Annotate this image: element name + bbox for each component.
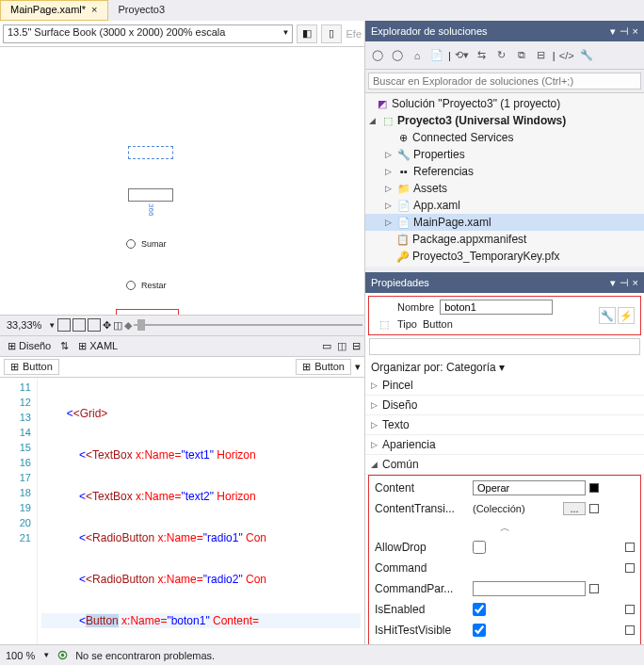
xaml-icon: 📄: [397, 216, 411, 229]
commandpar-input[interactable]: [473, 581, 586, 596]
category-comun[interactable]: ◢Común: [365, 455, 644, 475]
toggle-icon[interactable]: ◆: [124, 319, 132, 332]
sync-icon[interactable]: 📄: [428, 47, 445, 64]
breadcrumb[interactable]: ⊞ Button: [296, 359, 351, 375]
category-texto[interactable]: ▷Texto: [365, 415, 644, 435]
type-label: Tipo: [397, 318, 417, 330]
layout-icon[interactable]: ⊟: [352, 340, 361, 352]
expander-icon[interactable]: ◢: [369, 116, 378, 125]
pin-icon[interactable]: ⊣: [620, 277, 629, 289]
grid-icon[interactable]: [72, 318, 86, 332]
layout-icon[interactable]: ◫: [337, 340, 346, 352]
ishittest-checkbox[interactable]: [473, 624, 486, 637]
expander-icon[interactable]: ▷: [385, 167, 394, 176]
properties-title: Propiedades: [371, 277, 610, 288]
property-search-input[interactable]: [369, 338, 640, 355]
prop-content-label: Content: [375, 481, 469, 495]
solution-tree[interactable]: ◩Solución "Proyecto3" (1 proyecto) ◢⬚Pro…: [365, 93, 644, 267]
orientation-icon[interactable]: ▯: [321, 24, 342, 43]
layout-icon[interactable]: ▭: [322, 340, 331, 352]
refresh-icon[interactable]: ⟲▾: [454, 47, 471, 64]
orientation-icon[interactable]: ◧: [297, 24, 317, 43]
line-gutter: 111213 141516 171819 2021: [0, 378, 38, 645]
prop-allowdrop-label: AllowDrop: [375, 541, 469, 554]
code-editor[interactable]: <<Grid> <<TextBox x:Name="text1" Horizon…: [38, 378, 364, 645]
wrench-icon[interactable]: 🔧: [578, 47, 595, 64]
prop-marker-icon[interactable]: [625, 563, 635, 573]
design-tab[interactable]: ⊞ Diseño: [4, 338, 55, 354]
selection-outline: [116, 309, 179, 316]
breadcrumb[interactable]: ⊞ Button: [4, 359, 59, 375]
wrench-icon[interactable]: 🔧: [599, 307, 616, 324]
type-value: Button: [423, 318, 453, 330]
textbox-1[interactable]: [128, 146, 173, 159]
close-icon[interactable]: ×: [633, 25, 638, 38]
zoom-value[interactable]: 33,33%: [2, 316, 46, 333]
prop-marker-icon[interactable]: [625, 625, 635, 635]
prop-marker-icon[interactable]: [589, 504, 599, 513]
expander-icon[interactable]: ▷: [385, 184, 394, 193]
expander-icon[interactable]: ▷: [385, 150, 394, 159]
snap-icon[interactable]: [88, 318, 101, 332]
swap-icon[interactable]: ⇅: [60, 340, 69, 352]
zoom-slider[interactable]: [134, 318, 362, 332]
back-icon[interactable]: ◯: [369, 47, 386, 64]
refresh-icon[interactable]: ↻: [493, 47, 510, 64]
forward-icon[interactable]: ◯: [389, 47, 406, 64]
category-apariencia[interactable]: ▷Apariencia: [365, 435, 644, 455]
prop-marker-icon[interactable]: [589, 483, 599, 493]
dropdown-icon[interactable]: ▾: [610, 277, 616, 289]
code-icon[interactable]: </>: [558, 47, 575, 64]
chevron-up-icon[interactable]: ︿: [369, 519, 640, 537]
radio-restar[interactable]: Restar: [126, 281, 167, 290]
textbox-2[interactable]: [128, 188, 173, 202]
ruler-value: 366: [147, 203, 155, 216]
showall-icon[interactable]: ⧉: [513, 47, 530, 64]
dropdown-icon[interactable]: ▾: [610, 25, 616, 38]
ellipsis-button[interactable]: ...: [563, 502, 586, 515]
dropdown-icon[interactable]: ▾: [355, 361, 361, 373]
manifest-icon: 📋: [396, 233, 410, 246]
xaml-tab[interactable]: ⊞ XAML: [74, 338, 121, 354]
tab-proyecto3[interactable]: Proyecto3: [108, 0, 176, 21]
solution-explorer-title: Explorador de soluciones: [371, 25, 610, 37]
wrench-icon: 🔧: [397, 148, 411, 161]
pin-icon[interactable]: ⊣: [620, 25, 629, 38]
sync-icon[interactable]: ⇆: [474, 47, 491, 64]
expander-icon[interactable]: ▷: [385, 201, 394, 210]
solution-search-input[interactable]: [368, 73, 641, 89]
lightning-icon[interactable]: ⚡: [618, 307, 635, 324]
prop-contenttrans-value: (Colección): [473, 503, 559, 514]
close-icon[interactable]: ×: [633, 277, 638, 289]
prop-marker-icon[interactable]: [625, 605, 635, 614]
service-icon: ⊕: [396, 131, 410, 144]
device-select[interactable]: 13.5" Surface Book (3000 x 2000) 200% es…: [3, 24, 293, 43]
category-pincel[interactable]: ▷Pincel: [365, 376, 644, 396]
tab-mainpage[interactable]: MainPage.xaml*×: [0, 0, 108, 21]
category-diseno[interactable]: ▷Diseño: [365, 396, 644, 415]
grid-icon[interactable]: [57, 318, 71, 332]
prop-isenabled-label: IsEnabled: [375, 603, 469, 616]
radio-sumar[interactable]: Sumar: [126, 239, 167, 249]
close-icon[interactable]: ×: [91, 4, 97, 15]
isenabled-checkbox[interactable]: [473, 603, 486, 616]
designer-canvas[interactable]: 366 Sumar Restar 109 🔗 Op...rar TextBloc…: [0, 47, 364, 316]
references-icon: ▪▪: [397, 165, 411, 178]
organize-label[interactable]: Organizar por: Categoría: [371, 361, 496, 374]
home-icon[interactable]: ⌂: [409, 47, 426, 64]
prop-command-label: Command: [375, 561, 469, 575]
prop-ishittest-label: IsHitTestVisible: [375, 624, 469, 637]
element-icon: ⬚: [379, 318, 389, 331]
project-icon: ⬚: [381, 114, 394, 127]
prop-content-input[interactable]: [473, 480, 586, 495]
toggle-icon[interactable]: ◫: [113, 319, 122, 332]
collapse-icon[interactable]: ⊟: [533, 47, 550, 64]
prop-marker-icon[interactable]: [589, 584, 599, 593]
allowdrop-checkbox[interactable]: [473, 541, 486, 554]
name-input[interactable]: [440, 300, 553, 315]
toggle-icon[interactable]: ✥: [103, 319, 111, 332]
prop-marker-icon[interactable]: [625, 543, 635, 552]
key-icon: 🔑: [396, 250, 410, 263]
status-message: No se encontraron problemas.: [75, 650, 215, 661]
expander-icon[interactable]: ▷: [385, 218, 394, 227]
